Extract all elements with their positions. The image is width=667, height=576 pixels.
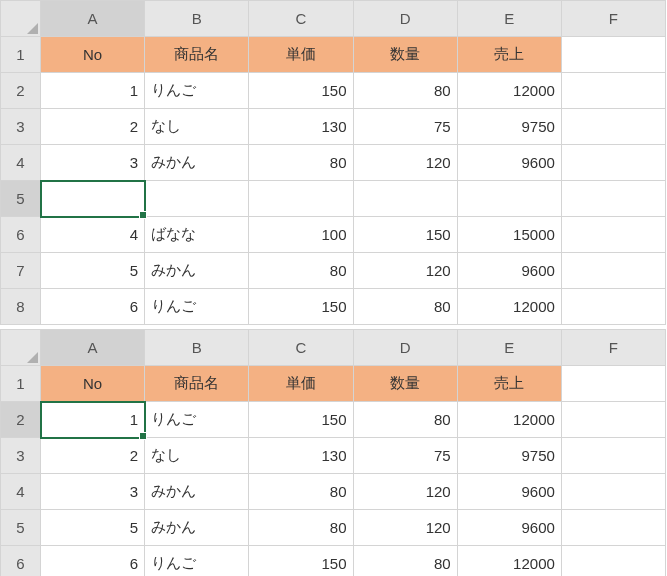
cell-A3[interactable]: 2 [41, 109, 145, 145]
cell-A4[interactable]: 3 [41, 145, 145, 181]
col-header-D[interactable]: D [353, 330, 457, 366]
header-name[interactable]: 商品名 [145, 366, 249, 402]
cell-A2[interactable]: 1 [41, 73, 145, 109]
cell-F1[interactable] [561, 366, 665, 402]
cell-C2[interactable]: 150 [249, 402, 353, 438]
header-price[interactable]: 単価 [249, 366, 353, 402]
row-header-3[interactable]: 3 [1, 438, 41, 474]
cell-A2[interactable]: 1 [41, 402, 145, 438]
cell-D7[interactable]: 120 [353, 253, 457, 289]
cell-A5[interactable] [41, 181, 145, 217]
cell-A5[interactable]: 5 [41, 510, 145, 546]
col-header-C[interactable]: C [249, 330, 353, 366]
cell-A4[interactable]: 3 [41, 474, 145, 510]
cell-A8[interactable]: 6 [41, 289, 145, 325]
cell-C8[interactable]: 150 [249, 289, 353, 325]
select-all-corner[interactable] [1, 330, 41, 366]
cell-F4[interactable] [561, 474, 665, 510]
cell-C6[interactable]: 150 [249, 546, 353, 577]
cell-E5[interactable] [457, 181, 561, 217]
cell-D3[interactable]: 75 [353, 438, 457, 474]
col-header-B[interactable]: B [145, 1, 249, 37]
col-header-F[interactable]: F [561, 1, 665, 37]
cell-E5[interactable]: 9600 [457, 510, 561, 546]
row-header-1[interactable]: 1 [1, 37, 41, 73]
cell-D5[interactable]: 120 [353, 510, 457, 546]
cell-D3[interactable]: 75 [353, 109, 457, 145]
cell-E4[interactable]: 9600 [457, 474, 561, 510]
cell-C3[interactable]: 130 [249, 109, 353, 145]
cell-B3[interactable]: なし [145, 438, 249, 474]
cell-E3[interactable]: 9750 [457, 109, 561, 145]
header-name[interactable]: 商品名 [145, 37, 249, 73]
cell-D2[interactable]: 80 [353, 73, 457, 109]
cell-F5[interactable] [561, 181, 665, 217]
row-header-6[interactable]: 6 [1, 546, 41, 577]
row-header-8[interactable]: 8 [1, 289, 41, 325]
cell-E6[interactable]: 15000 [457, 217, 561, 253]
cell-E4[interactable]: 9600 [457, 145, 561, 181]
cell-B4[interactable]: みかん [145, 474, 249, 510]
cell-E8[interactable]: 12000 [457, 289, 561, 325]
cell-C6[interactable]: 100 [249, 217, 353, 253]
cell-D5[interactable] [353, 181, 457, 217]
header-sales[interactable]: 売上 [457, 37, 561, 73]
cell-B2[interactable]: りんご [145, 73, 249, 109]
select-all-corner[interactable] [1, 1, 41, 37]
row-header-4[interactable]: 4 [1, 145, 41, 181]
col-header-E[interactable]: E [457, 330, 561, 366]
cell-C3[interactable]: 130 [249, 438, 353, 474]
cell-D6[interactable]: 150 [353, 217, 457, 253]
cell-C4[interactable]: 80 [249, 474, 353, 510]
cell-F7[interactable] [561, 253, 665, 289]
cell-F1[interactable] [561, 37, 665, 73]
cell-B4[interactable]: みかん [145, 145, 249, 181]
col-header-D[interactable]: D [353, 1, 457, 37]
header-qty[interactable]: 数量 [353, 37, 457, 73]
cell-B8[interactable]: りんご [145, 289, 249, 325]
spreadsheet-table-1[interactable]: A B C D E F 1 No 商品名 単価 数量 売上 2 1 りんご 15… [0, 0, 666, 325]
cell-F8[interactable] [561, 289, 665, 325]
cell-C5[interactable]: 80 [249, 510, 353, 546]
col-header-E[interactable]: E [457, 1, 561, 37]
cell-F6[interactable] [561, 546, 665, 577]
cell-E2[interactable]: 12000 [457, 73, 561, 109]
cell-E3[interactable]: 9750 [457, 438, 561, 474]
cell-E6[interactable]: 12000 [457, 546, 561, 577]
cell-F2[interactable] [561, 73, 665, 109]
header-no[interactable]: No [41, 37, 145, 73]
col-header-A[interactable]: A [41, 330, 145, 366]
cell-F2[interactable] [561, 402, 665, 438]
col-header-A[interactable]: A [41, 1, 145, 37]
cell-F3[interactable] [561, 109, 665, 145]
header-price[interactable]: 単価 [249, 37, 353, 73]
cell-B6[interactable]: りんご [145, 546, 249, 577]
cell-B6[interactable]: ばなな [145, 217, 249, 253]
cell-A6[interactable]: 6 [41, 546, 145, 577]
cell-F6[interactable] [561, 217, 665, 253]
cell-A3[interactable]: 2 [41, 438, 145, 474]
cell-F5[interactable] [561, 510, 665, 546]
col-header-B[interactable]: B [145, 330, 249, 366]
cell-F4[interactable] [561, 145, 665, 181]
cell-A6[interactable]: 4 [41, 217, 145, 253]
row-header-6[interactable]: 6 [1, 217, 41, 253]
header-no[interactable]: No [41, 366, 145, 402]
row-header-2[interactable]: 2 [1, 73, 41, 109]
cell-D2[interactable]: 80 [353, 402, 457, 438]
row-header-5[interactable]: 5 [1, 181, 41, 217]
col-header-F[interactable]: F [561, 330, 665, 366]
col-header-C[interactable]: C [249, 1, 353, 37]
row-header-7[interactable]: 7 [1, 253, 41, 289]
cell-E7[interactable]: 9600 [457, 253, 561, 289]
cell-D6[interactable]: 80 [353, 546, 457, 577]
header-sales[interactable]: 売上 [457, 366, 561, 402]
cell-C7[interactable]: 80 [249, 253, 353, 289]
spreadsheet-table-2[interactable]: A B C D E F 1 No 商品名 単価 数量 売上 2 1 りんご 15… [0, 329, 666, 576]
row-header-5[interactable]: 5 [1, 510, 41, 546]
cell-D4[interactable]: 120 [353, 474, 457, 510]
row-header-2[interactable]: 2 [1, 402, 41, 438]
cell-B5[interactable]: みかん [145, 510, 249, 546]
cell-E2[interactable]: 12000 [457, 402, 561, 438]
cell-C4[interactable]: 80 [249, 145, 353, 181]
